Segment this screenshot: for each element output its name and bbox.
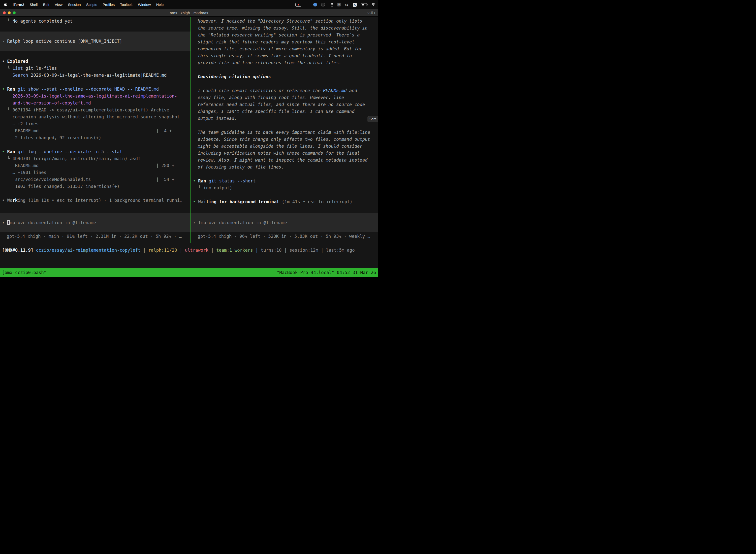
tmux-status-bar: [omx-cczip0:bash* "MacBook-Pro-44.local"… (0, 268, 378, 277)
ran-git-log-command: • Ran git log --oneline --decorate -n 5 … (0, 148, 190, 155)
working-status-line: • Working (11m 13s • esc to interrupt) ·… (0, 197, 190, 204)
right-terminal-pane[interactable]: However, I noticed the "Directory Struct… (191, 17, 378, 243)
omx-status-bar: [OMX#0.11.9] cczip/essay/ai-reimplementa… (0, 243, 378, 254)
right-session-status: gpt-5.4 xhigh · 96% left · 520K in · 5.8… (191, 233, 378, 240)
right-prompt-input-text[interactable]: › Improve documentation in @filename (191, 219, 376, 226)
menu-item-session[interactable]: Session (65, 3, 83, 7)
menu-item-window[interactable]: Window (135, 3, 153, 7)
ralph-loop-banner-text: › Ralph loop active continue [OMX_TMUX_I… (0, 38, 189, 45)
menu-items: ShellEditViewSessionScriptsProfilesToolb… (27, 3, 166, 7)
terminal-content: └ No agents completed yet › Ralph loop a… (0, 17, 378, 277)
window-title-bar: omx --xhigh --madmax ⌥⌘1 (0, 9, 378, 17)
explored-search-line: Search 2026-03-09-is-legal-the-same-as-l… (0, 72, 190, 79)
waiting-status-line: • Waiting for background terminal (1m 41… (191, 198, 378, 205)
keyboard-layout-icon[interactable]: A (353, 3, 357, 7)
thinking-paragraph-2: I could cite commit statistics or refere… (191, 87, 378, 122)
menu-item-help[interactable]: Help (153, 3, 167, 7)
apple-menu[interactable] (3, 2, 10, 7)
window-shortcut-hint: ⌥⌘1 (367, 11, 376, 15)
ran-git-log-output: └ 4b9d30f (origin/main, instructkr/main,… (0, 155, 190, 190)
menu-app-name[interactable]: iTerm2 (10, 3, 27, 7)
apple-icon (4, 2, 7, 7)
battery-icon[interactable] (361, 3, 367, 6)
screen-recording-stop-icon[interactable] (296, 3, 301, 7)
thinking-paragraph-3: The team guideline is to back every impo… (191, 129, 378, 170)
menu-item-shell[interactable]: Shell (27, 3, 40, 7)
sync-app-icon[interactable] (313, 3, 317, 6)
zoom-button[interactable] (13, 11, 16, 14)
minimize-button[interactable] (8, 11, 11, 14)
menu-bar-status-area: 8 61 A (296, 3, 376, 7)
menu-item-toolbelt[interactable]: Toolbelt (117, 3, 135, 7)
wifi-icon[interactable] (371, 3, 376, 6)
ran-git-show-command: • Ran git show --stat --oneline --decora… (0, 86, 190, 107)
battery-percent-widget[interactable]: 61 (345, 3, 349, 6)
close-button[interactable] (3, 11, 6, 14)
screenshot-toast-label: Scre (370, 116, 377, 122)
left-prompt-input-text[interactable]: › Improve documentation in @filename (0, 219, 189, 226)
tmux-host-clock: "MacBook-Pro-44.local" 04:52 31-Mar-26 (277, 269, 376, 276)
ran-git-status-output: └ (no output) (191, 184, 378, 191)
menu-item-scripts[interactable]: Scripts (83, 3, 100, 7)
desktop-screen: iTerm2 ShellEditViewSessionScriptsProfil… (0, 0, 378, 277)
left-prompt-input[interactable]: › Improve documentation in @filename (0, 213, 190, 232)
omx-status-text: [OMX#0.11.9] cczip/essay/ai-reimplementa… (0, 247, 378, 254)
explored-list-line: └ List git ls-files (0, 65, 190, 72)
tmux-session-label: [omx-cczip0:bash* (2, 269, 46, 276)
window-grid-icon[interactable] (306, 3, 309, 6)
window-title: omx --xhigh --madmax (170, 11, 208, 15)
dark-app-icon[interactable] (321, 3, 325, 6)
left-session-status: gpt-5.4 xhigh · main · 91% left · 2.31M … (0, 233, 190, 240)
thinking-paragraph-1: However, I noticed the "Directory Struct… (191, 18, 378, 66)
menu-item-profiles[interactable]: Profiles (100, 3, 117, 7)
ran-git-status-command: • Ran git status --short (191, 177, 378, 184)
left-terminal-pane[interactable]: └ No agents completed yet › Ralph loop a… (0, 17, 190, 243)
menu-item-view[interactable]: View (52, 3, 65, 7)
macos-menu-bar: iTerm2 ShellEditViewSessionScriptsProfil… (0, 0, 378, 9)
keypad-icon[interactable]: 8 (337, 3, 341, 6)
menu-item-edit[interactable]: Edit (41, 3, 52, 7)
right-prompt-input[interactable]: › Improve documentation in @filename (191, 213, 378, 232)
screenshot-toast[interactable]: Scre (368, 116, 378, 122)
ran-git-show-output: └ 067f154 (HEAD -> essay/ai-reimplementa… (0, 107, 190, 141)
dots-grid-icon[interactable] (329, 3, 333, 6)
thinking-heading: Considering citation options (191, 73, 378, 80)
window-controls (3, 11, 16, 14)
ralph-loop-banner: › Ralph loop active continue [OMX_TMUX_I… (0, 32, 190, 51)
terminal-panes: └ No agents completed yet › Ralph loop a… (0, 17, 378, 243)
explored-header: • Explored (0, 58, 190, 65)
agents-completed-note: └ No agents completed yet (0, 18, 190, 24)
